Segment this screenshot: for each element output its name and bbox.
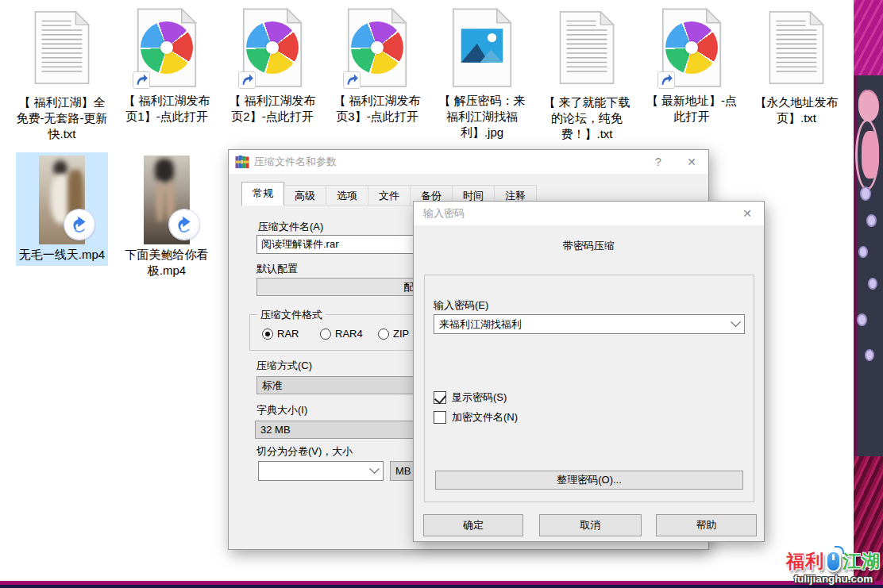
browser-pinwheel-icon <box>141 21 193 74</box>
play-overlay-icon <box>64 209 94 240</box>
help-button[interactable]: 帮助 <box>656 514 757 536</box>
tab-options[interactable]: 选项 <box>326 185 368 206</box>
desktop-icon-browser-3[interactable]: 【 福利江湖发布页3】-点此打开 <box>328 6 426 125</box>
close-icon[interactable]: ✕ <box>675 150 708 174</box>
tab-advanced[interactable]: 高级 <box>284 185 326 206</box>
wallpaper-magenta <box>854 0 883 75</box>
password-heading: 带密码压缩 <box>414 239 764 253</box>
winrar-dialog-title: 压缩文件名和参数 <box>254 155 337 169</box>
format-radio-rar[interactable]: RAR <box>262 328 299 340</box>
play-overlay-icon <box>169 209 199 240</box>
checkbox-label: 显示密码(S) <box>452 390 507 405</box>
password-dialog-title: 输入密码 <box>423 206 465 221</box>
desktop-icon-browser-1[interactable]: 【 福利江湖发布页1】-点此打开 <box>118 6 216 125</box>
help-icon[interactable]: ? <box>642 150 675 174</box>
checkbox-icon[interactable] <box>434 411 446 424</box>
password-input[interactable]: 来福利江湖找福利 <box>434 314 745 334</box>
site-watermark: 福利 江湖 fulijianghu.com <box>786 549 881 585</box>
enter-password-label: 输入密码(E) <box>434 298 488 313</box>
watermark-domain: fulijianghu.com <box>786 573 881 585</box>
watermark-text-right: 江湖 <box>843 549 881 574</box>
desktop-icon-label: 下面美鲍给你看极.mp4 <box>121 247 213 279</box>
shortcut-arrow-icon <box>657 71 675 89</box>
mouse-icon <box>826 551 841 572</box>
encrypt-filenames-checkbox[interactable]: 加密文件名(N) <box>434 410 518 425</box>
desktop-icon-browser-2[interactable]: 【 福利江湖发布页2】-点此打开 <box>223 6 322 125</box>
text-file-icon <box>767 10 826 86</box>
split-volumes-combo[interactable] <box>258 461 384 481</box>
checkbox-label: 加密文件名(N) <box>452 410 518 425</box>
shortcut-arrow-icon <box>133 71 150 89</box>
browser-pinwheel-icon <box>351 21 403 74</box>
wallpaper-ornament <box>854 75 883 456</box>
desktop-icon-label: 【 福利江湖发布页1】-点此打开 <box>118 93 216 125</box>
ok-button[interactable]: 确定 <box>423 514 523 536</box>
text-file-icon <box>33 10 91 86</box>
winrar-dialog-titlebar[interactable]: 压缩文件名和参数 ? ✕ <box>229 150 708 174</box>
bottom-navy-bar <box>0 585 883 588</box>
archive-format-label: 压缩文件格式 <box>257 308 326 322</box>
desktop-icon-browser-4[interactable]: 【 最新地址】-点此打开 <box>642 6 741 125</box>
show-password-checkbox[interactable]: 显示密码(S) <box>434 390 507 405</box>
wallpaper-strip <box>854 0 883 588</box>
winrar-icon <box>235 156 249 168</box>
compression-method-label: 压缩方式(C) <box>256 359 312 373</box>
radio-icon[interactable] <box>262 329 273 340</box>
password-value: 来福利江湖找福利 <box>439 317 522 332</box>
cancel-button[interactable]: 取消 <box>539 514 642 536</box>
close-icon[interactable]: ✕ <box>731 202 764 225</box>
desktop-icon-label: 【 福利江湖发布页2】-点此打开 <box>223 93 322 125</box>
dictionary-size-label: 字典大小(I) <box>256 403 307 417</box>
shortcut-arrow-icon <box>343 71 361 89</box>
desktop: 【 福利江湖】全免费-无套路-更新快.txt 【 福利江湖发布页1】-点此打开 … <box>0 0 883 588</box>
desktop-icon-label: 【 福利江湖】全免费-无套路-更新快.txt <box>13 94 111 142</box>
radio-icon[interactable] <box>378 329 389 340</box>
desktop-icon-label: 【 来了就能下载的论坛，纯免费！】.txt <box>538 94 636 142</box>
radio-icon[interactable] <box>320 329 331 340</box>
desktop-icon-video-1[interactable]: 无毛一线天.mp4 <box>16 152 108 266</box>
archive-name-label: 压缩文件名(A) <box>258 220 323 234</box>
profile-label: 默认配置 <box>256 262 298 276</box>
password-dialog: 输入密码 ✕ 带密码压缩 输入密码(E) 来福利江湖找福利 显示密码(S) 加密… <box>413 201 765 542</box>
desktop-icon-label: 【 解压密码：来福利江湖找福利】.jpg <box>433 93 531 140</box>
desktop-icon-label: 【永久地址发布页】.txt <box>747 94 846 126</box>
desktop-icon-txt-1[interactable]: 【 福利江湖】全免费-无套路-更新快.txt <box>13 6 111 142</box>
split-volumes-label: 切分为分卷(V)，大小 <box>256 444 353 459</box>
text-file-icon <box>557 10 616 86</box>
desktop-icon-video-2[interactable]: 下面美鲍给你看极.mp4 <box>121 152 213 279</box>
browser-pinwheel-icon <box>665 21 718 74</box>
format-radio-rar4[interactable]: RAR4 <box>320 328 363 340</box>
desktop-icon-label: 无毛一线天.mp4 <box>16 247 108 263</box>
radio-label: RAR4 <box>335 328 363 340</box>
chevron-down-icon <box>731 317 741 327</box>
tab-files[interactable]: 文件 <box>368 185 411 206</box>
watermark-text-left: 福利 <box>786 549 824 574</box>
shortcut-arrow-icon <box>238 71 256 89</box>
chevron-down-icon <box>369 463 380 474</box>
desktop-icon-txt-2[interactable]: 【 来了就能下载的论坛，纯免费！】.txt <box>538 6 636 142</box>
browser-pinwheel-icon <box>246 21 299 74</box>
tab-general[interactable]: 常规 <box>241 182 284 206</box>
image-file-icon <box>449 8 515 87</box>
password-dialog-titlebar[interactable]: 输入密码 ✕ <box>414 202 764 225</box>
format-radio-zip[interactable]: ZIP <box>378 328 409 340</box>
radio-label: ZIP <box>393 328 409 340</box>
desktop-icon-txt-3[interactable]: 【永久地址发布页】.txt <box>747 6 846 126</box>
radio-label: RAR <box>277 328 299 340</box>
checkbox-icon[interactable] <box>434 391 446 404</box>
desktop-icon-jpg[interactable]: 【 解压密码：来福利江湖找福利】.jpg <box>433 6 531 140</box>
desktop-icon-label: 【 最新地址】-点此打开 <box>642 93 741 125</box>
organize-passwords-button[interactable]: 整理密码(O)... <box>435 471 743 490</box>
desktop-icon-label: 【 福利江湖发布页3】-点此打开 <box>328 93 426 125</box>
